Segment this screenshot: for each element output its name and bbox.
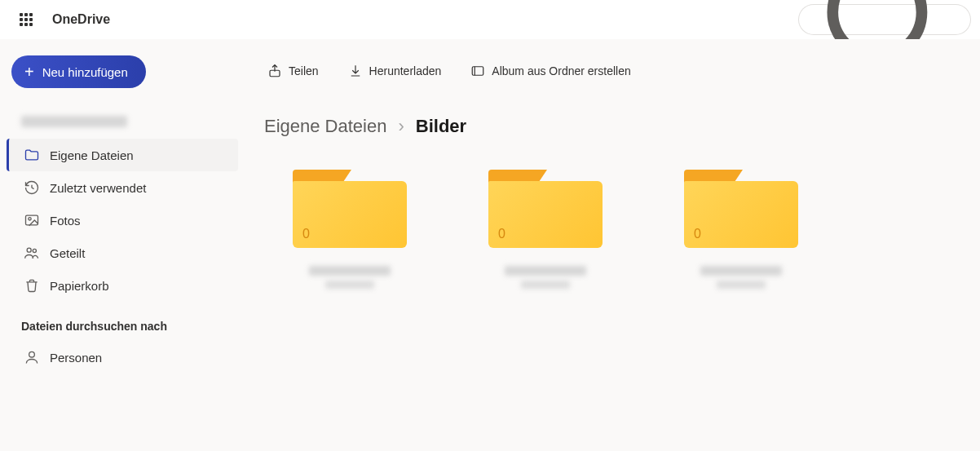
folder-name-redacted (700, 266, 782, 276)
sidebar-item-label: Eigene Dateien (50, 148, 134, 162)
download-icon (348, 64, 363, 78)
album-icon (470, 64, 485, 78)
folder-icon: 0 (293, 170, 407, 248)
sidebar-item-label: Papierkorb (50, 279, 109, 293)
app-title: OneDrive (52, 12, 110, 27)
folder-count-badge: 0 (694, 227, 701, 241)
sidebar-item-recent[interactable]: Zuletzt verwendet (7, 171, 238, 204)
folder-meta-redacted (717, 281, 766, 289)
folder-meta-redacted (521, 281, 570, 289)
share-icon (267, 64, 282, 78)
person-icon (24, 349, 40, 365)
user-name-redacted (21, 116, 127, 127)
create-album-label: Album aus Ordner erstellen (492, 64, 630, 77)
plus-icon: + (24, 64, 34, 80)
add-new-button[interactable]: + Neu hinzufügen (11, 55, 146, 88)
sidebar-item-label: Personen (50, 351, 102, 365)
add-new-label: Neu hinzufügen (42, 65, 128, 79)
folder-name-redacted (505, 266, 586, 276)
breadcrumb-root[interactable]: Eigene Dateien (264, 116, 386, 137)
sidebar-item-label: Zuletzt verwendet (50, 181, 146, 195)
sidebar-item-photos[interactable]: Fotos (7, 204, 238, 237)
toolbar: Teilen Herunterladen Album aus Ordner er… (264, 54, 960, 116)
download-button[interactable]: Herunterladen (345, 59, 445, 83)
app-launcher[interactable] (10, 3, 42, 36)
sidebar-item-people[interactable]: Personen (7, 341, 238, 374)
history-icon (24, 179, 40, 196)
browse-section-title: Dateien durchsuchen nach (7, 302, 238, 341)
folder-item[interactable]: 0 (484, 170, 607, 289)
breadcrumb: Eigene Dateien › Bilder (264, 116, 960, 137)
sidebar-item-shared[interactable]: Geteilt (7, 237, 238, 269)
folder-item[interactable]: 0 (680, 170, 802, 289)
svg-point-3 (29, 218, 31, 220)
svg-rect-8 (473, 67, 484, 76)
chevron-right-icon: › (398, 116, 404, 137)
folder-count-badge: 0 (498, 227, 505, 241)
sidebar-item-my-files[interactable]: Eigene Dateien (7, 139, 238, 171)
photo-icon (24, 212, 40, 228)
svg-point-6 (29, 352, 35, 357)
people-icon (24, 245, 40, 261)
main-content: Teilen Herunterladen Album aus Ordner er… (245, 39, 980, 451)
share-button[interactable]: Teilen (264, 59, 322, 83)
folder-item[interactable]: 0 (289, 170, 411, 289)
folder-count-badge: 0 (302, 227, 310, 241)
sidebar: + Neu hinzufügen Eigene Dateien Zuletzt … (0, 39, 245, 451)
folder-meta-redacted (325, 281, 374, 289)
create-album-button[interactable]: Album aus Ordner erstellen (467, 59, 633, 83)
folder-name-redacted (309, 266, 391, 276)
share-label: Teilen (289, 64, 319, 77)
svg-point-4 (27, 248, 31, 252)
folder-icon: 0 (488, 170, 603, 248)
sidebar-item-label: Geteilt (50, 246, 85, 260)
sidebar-item-label: Fotos (50, 214, 81, 228)
svg-point-5 (33, 249, 36, 252)
folder-grid: 0 0 0 (264, 170, 960, 289)
search-box[interactable] (799, 5, 970, 34)
breadcrumb-current: Bilder (416, 116, 466, 137)
waffle-icon (20, 13, 33, 26)
folder-icon (24, 147, 40, 163)
trash-icon (24, 277, 40, 294)
sidebar-item-trash[interactable]: Papierkorb (7, 269, 238, 302)
download-label: Herunterladen (369, 64, 442, 77)
folder-icon: 0 (684, 170, 798, 248)
